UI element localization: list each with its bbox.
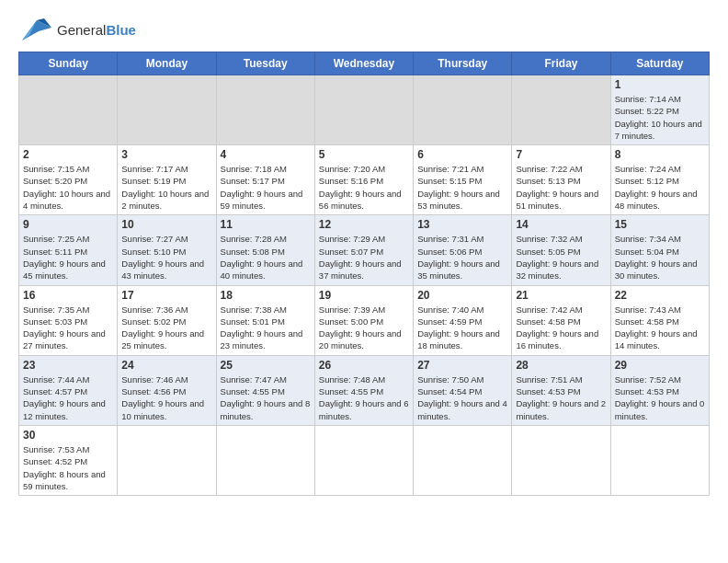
day-number: 28	[516, 359, 606, 372]
calendar-cell	[414, 425, 512, 495]
day-info: Sunrise: 7:40 AMSunset: 4:59 PMDaylight:…	[417, 304, 507, 352]
calendar-cell: 18Sunrise: 7:38 AMSunset: 5:01 PMDayligh…	[216, 285, 314, 355]
calendar-cell	[512, 425, 610, 495]
calendar-cell: 11Sunrise: 7:28 AMSunset: 5:08 PMDayligh…	[216, 215, 314, 285]
calendar-week-row: 2Sunrise: 7:15 AMSunset: 5:20 PMDaylight…	[19, 145, 710, 215]
day-info: Sunrise: 7:47 AMSunset: 4:55 PMDaylight:…	[221, 373, 311, 422]
day-info: Sunrise: 7:44 AMSunset: 4:57 PMDaylight:…	[23, 373, 113, 422]
calendar-cell: 17Sunrise: 7:36 AMSunset: 5:02 PMDayligh…	[118, 285, 216, 355]
day-number: 12	[319, 218, 409, 231]
day-info: Sunrise: 7:22 AMSunset: 5:13 PMDaylight:…	[516, 163, 606, 212]
calendar-cell: 27Sunrise: 7:50 AMSunset: 4:54 PMDayligh…	[414, 355, 512, 425]
calendar-cell: 3Sunrise: 7:17 AMSunset: 5:19 PMDaylight…	[118, 145, 216, 215]
day-number: 21	[516, 289, 606, 302]
calendar-table: SundayMondayTuesdayWednesdayThursdayFrid…	[18, 52, 710, 496]
weekday-header-sunday: Sunday	[19, 52, 118, 75]
day-number: 27	[417, 359, 507, 372]
calendar-week-row: 1Sunrise: 7:14 AMSunset: 5:22 PMDaylight…	[19, 75, 710, 145]
calendar-cell: 15Sunrise: 7:34 AMSunset: 5:04 PMDayligh…	[610, 215, 709, 285]
day-number: 24	[121, 359, 211, 372]
weekday-header-monday: Monday	[118, 52, 216, 75]
day-number: 7	[516, 148, 606, 161]
day-number: 6	[417, 148, 507, 161]
calendar-cell	[118, 425, 216, 495]
day-info: Sunrise: 7:14 AMSunset: 5:22 PMDaylight:…	[615, 93, 705, 142]
day-info: Sunrise: 7:25 AMSunset: 5:11 PMDaylight:…	[23, 233, 113, 282]
calendar-cell: 1Sunrise: 7:14 AMSunset: 5:22 PMDaylight…	[610, 75, 709, 145]
weekday-header-thursday: Thursday	[414, 52, 512, 75]
calendar-cell: 24Sunrise: 7:46 AMSunset: 4:56 PMDayligh…	[118, 355, 216, 425]
calendar-cell: 14Sunrise: 7:32 AMSunset: 5:05 PMDayligh…	[512, 215, 610, 285]
calendar-cell: 4Sunrise: 7:18 AMSunset: 5:17 PMDaylight…	[216, 145, 314, 215]
day-info: Sunrise: 7:17 AMSunset: 5:19 PMDaylight:…	[121, 163, 211, 212]
day-info: Sunrise: 7:46 AMSunset: 4:56 PMDaylight:…	[121, 373, 211, 422]
day-number: 25	[221, 359, 311, 372]
day-info: Sunrise: 7:35 AMSunset: 5:03 PMDaylight:…	[23, 304, 113, 352]
calendar-cell: 25Sunrise: 7:47 AMSunset: 4:55 PMDayligh…	[216, 355, 314, 425]
calendar-cell: 26Sunrise: 7:48 AMSunset: 4:55 PMDayligh…	[314, 355, 413, 425]
calendar-cell	[118, 75, 216, 145]
calendar-cell: 29Sunrise: 7:52 AMSunset: 4:53 PMDayligh…	[610, 355, 709, 425]
calendar-cell: 19Sunrise: 7:39 AMSunset: 5:00 PMDayligh…	[314, 285, 413, 355]
day-number: 14	[516, 218, 606, 231]
day-number: 15	[615, 218, 705, 231]
day-info: Sunrise: 7:15 AMSunset: 5:20 PMDaylight:…	[23, 163, 113, 212]
calendar-week-row: 30Sunrise: 7:53 AMSunset: 4:52 PMDayligh…	[19, 425, 710, 495]
calendar-cell: 9Sunrise: 7:25 AMSunset: 5:11 PMDaylight…	[19, 215, 118, 285]
calendar-cell	[216, 75, 314, 145]
calendar-cell: 16Sunrise: 7:35 AMSunset: 5:03 PMDayligh…	[19, 285, 118, 355]
calendar-cell: 6Sunrise: 7:21 AMSunset: 5:15 PMDaylight…	[414, 145, 512, 215]
day-number: 30	[23, 429, 113, 442]
calendar-cell	[216, 425, 314, 495]
day-info: Sunrise: 7:53 AMSunset: 4:52 PMDaylight:…	[23, 443, 113, 492]
calendar-cell: 22Sunrise: 7:43 AMSunset: 4:58 PMDayligh…	[610, 285, 709, 355]
calendar-cell: 8Sunrise: 7:24 AMSunset: 5:12 PMDaylight…	[610, 145, 709, 215]
calendar-cell	[314, 425, 413, 495]
calendar-cell: 30Sunrise: 7:53 AMSunset: 4:52 PMDayligh…	[19, 425, 118, 495]
logo: GeneralBlue	[18, 15, 136, 44]
calendar-cell: 2Sunrise: 7:15 AMSunset: 5:20 PMDaylight…	[19, 145, 118, 215]
day-number: 10	[121, 218, 211, 231]
header-area: GeneralBlue	[18, 15, 710, 44]
day-info: Sunrise: 7:27 AMSunset: 5:10 PMDaylight:…	[121, 233, 211, 282]
day-number: 17	[121, 289, 211, 302]
calendar-cell	[512, 75, 610, 145]
calendar-cell	[414, 75, 512, 145]
day-number: 5	[319, 148, 409, 161]
calendar-cell: 12Sunrise: 7:29 AMSunset: 5:07 PMDayligh…	[314, 215, 413, 285]
day-info: Sunrise: 7:36 AMSunset: 5:02 PMDaylight:…	[121, 304, 211, 352]
day-number: 29	[615, 359, 705, 372]
day-number: 13	[417, 218, 507, 231]
calendar-cell: 20Sunrise: 7:40 AMSunset: 4:59 PMDayligh…	[414, 285, 512, 355]
day-number: 22	[615, 289, 705, 302]
day-info: Sunrise: 7:50 AMSunset: 4:54 PMDaylight:…	[417, 373, 507, 422]
calendar-week-row: 23Sunrise: 7:44 AMSunset: 4:57 PMDayligh…	[19, 355, 710, 425]
day-number: 9	[23, 218, 113, 231]
calendar-cell: 5Sunrise: 7:20 AMSunset: 5:16 PMDaylight…	[314, 145, 413, 215]
calendar-cell	[610, 425, 709, 495]
logo-icon	[18, 15, 53, 44]
weekday-header-saturday: Saturday	[610, 52, 709, 75]
calendar-week-row: 9Sunrise: 7:25 AMSunset: 5:11 PMDaylight…	[19, 215, 710, 285]
day-number: 23	[23, 359, 113, 372]
day-info: Sunrise: 7:29 AMSunset: 5:07 PMDaylight:…	[319, 233, 409, 282]
page: GeneralBlue SundayMondayTuesdayWednesday…	[0, 0, 728, 563]
logo-text: GeneralBlue	[57, 22, 136, 38]
calendar-cell: 7Sunrise: 7:22 AMSunset: 5:13 PMDaylight…	[512, 145, 610, 215]
day-info: Sunrise: 7:43 AMSunset: 4:58 PMDaylight:…	[615, 304, 705, 352]
calendar-cell	[314, 75, 413, 145]
day-info: Sunrise: 7:31 AMSunset: 5:06 PMDaylight:…	[417, 233, 507, 282]
day-info: Sunrise: 7:34 AMSunset: 5:04 PMDaylight:…	[615, 233, 705, 282]
calendar-cell: 21Sunrise: 7:42 AMSunset: 4:58 PMDayligh…	[512, 285, 610, 355]
day-info: Sunrise: 7:51 AMSunset: 4:53 PMDaylight:…	[516, 373, 606, 422]
calendar-week-row: 16Sunrise: 7:35 AMSunset: 5:03 PMDayligh…	[19, 285, 710, 355]
calendar-cell: 28Sunrise: 7:51 AMSunset: 4:53 PMDayligh…	[512, 355, 610, 425]
day-info: Sunrise: 7:32 AMSunset: 5:05 PMDaylight:…	[516, 233, 606, 282]
day-number: 16	[23, 289, 113, 302]
weekday-header-wednesday: Wednesday	[314, 52, 413, 75]
weekday-header-friday: Friday	[512, 52, 610, 75]
day-number: 2	[23, 148, 113, 161]
day-number: 3	[121, 148, 211, 161]
day-info: Sunrise: 7:28 AMSunset: 5:08 PMDaylight:…	[221, 233, 311, 282]
day-info: Sunrise: 7:42 AMSunset: 4:58 PMDaylight:…	[516, 304, 606, 352]
